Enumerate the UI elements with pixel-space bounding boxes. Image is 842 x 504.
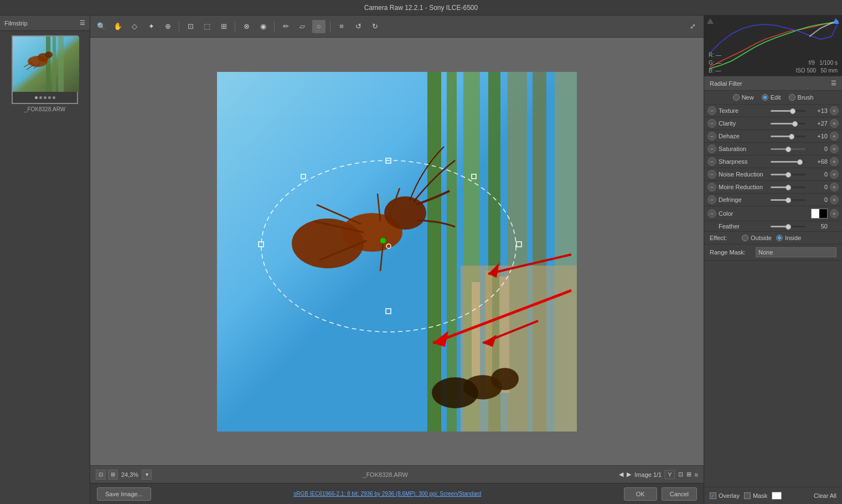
saturation-thumb[interactable] xyxy=(786,147,791,152)
settings-icon[interactable]: ≡ xyxy=(695,471,698,478)
saturation-plus[interactable]: + xyxy=(830,144,839,153)
title-bar: Camera Raw 12.2.1 - Sony ILCE-6500 xyxy=(0,0,842,15)
feather-thumb[interactable] xyxy=(786,224,791,230)
defringe-track[interactable] xyxy=(771,199,805,201)
redo-icon[interactable]: ↻ xyxy=(368,20,381,33)
effect-inside[interactable]: Inside xyxy=(776,235,801,241)
clarity-value: +27 xyxy=(808,120,828,127)
clarity-row: − Clarity +27 + xyxy=(704,117,842,130)
mode-edit[interactable]: Edit xyxy=(762,94,781,101)
color-swatch[interactable] xyxy=(811,209,828,219)
moire-reduction-thumb[interactable] xyxy=(786,185,791,190)
zoom-fill-btn[interactable]: ⊞ xyxy=(108,470,118,480)
crop-tool[interactable]: ⊡ xyxy=(184,20,197,33)
texture-plus[interactable]: + xyxy=(830,106,839,115)
sharpness-minus[interactable]: − xyxy=(707,157,716,166)
graduated-filter-tool[interactable]: ▱ xyxy=(296,20,309,33)
color-sampler-tool[interactable]: ✦ xyxy=(144,20,158,33)
radio-brush[interactable] xyxy=(789,94,795,101)
noise-reduction-plus[interactable]: + xyxy=(830,170,839,179)
dehaze-plus[interactable]: + xyxy=(830,132,839,141)
target-adjust-tool[interactable]: ⊕ xyxy=(161,20,174,33)
moire-reduction-plus[interactable]: + xyxy=(830,183,839,191)
prev-image-btn[interactable]: ◀ xyxy=(619,471,623,478)
moire-reduction-minus[interactable]: − xyxy=(707,183,716,191)
defringe-plus[interactable]: + xyxy=(830,195,839,204)
y-btn[interactable]: Y xyxy=(665,470,674,479)
sharpness-track[interactable] xyxy=(771,161,805,163)
zoom-fit-btn[interactable]: ⊡ xyxy=(96,470,106,480)
noise-reduction-minus[interactable]: − xyxy=(707,170,716,179)
moire-reduction-track[interactable] xyxy=(771,186,805,188)
overlay-checkbox-label[interactable]: Overlay xyxy=(710,492,740,499)
canvas-area[interactable] xyxy=(90,38,704,465)
saturation-minus[interactable]: − xyxy=(707,144,716,153)
redeye-tool[interactable]: ◉ xyxy=(256,20,270,33)
expand-icon[interactable]: ⤢ xyxy=(686,20,699,33)
hand-tool[interactable]: ✋ xyxy=(111,20,125,33)
svg-point-33 xyxy=(432,377,478,408)
radio-inside[interactable] xyxy=(776,235,783,241)
sharpness-thumb[interactable] xyxy=(797,159,803,165)
effect-outside[interactable]: Outside xyxy=(742,235,772,241)
outside-label: Outside xyxy=(751,235,772,241)
filmstrip-menu-icon[interactable]: ☰ xyxy=(80,19,85,27)
white-balance-tool[interactable]: ◇ xyxy=(128,20,141,33)
app-title: Camera Raw 12.2.1 - Sony ILCE-6500 xyxy=(364,4,478,12)
filter-menu-icon[interactable]: ☰ xyxy=(831,80,836,87)
histogram-shadow-indicator[interactable] xyxy=(707,18,714,24)
histogram-highlight-indicator[interactable] xyxy=(833,18,839,24)
dot-1 xyxy=(35,96,38,99)
spot-removal-tool[interactable]: ⊗ xyxy=(240,20,253,33)
overlay-checkbox[interactable] xyxy=(710,492,716,499)
range-mask-select[interactable]: None Luminance Color xyxy=(756,247,836,257)
radio-new[interactable] xyxy=(733,94,740,101)
dehaze-track[interactable] xyxy=(771,136,805,137)
mode-new[interactable]: New xyxy=(733,94,754,101)
dehaze-thumb[interactable] xyxy=(789,134,794,139)
clarity-track[interactable] xyxy=(771,123,805,124)
thumbnail-container[interactable] xyxy=(12,35,78,104)
range-mask-label: Range Mask: xyxy=(710,249,751,256)
noise-reduction-track[interactable] xyxy=(771,174,805,175)
zoom-tool[interactable]: 🔍 xyxy=(95,20,108,33)
color-minus[interactable]: − xyxy=(707,209,716,218)
mode-new-label: New xyxy=(742,94,754,101)
zoom-dropdown[interactable]: ▾ xyxy=(142,470,152,480)
ok-button[interactable]: OK xyxy=(624,487,657,501)
mode-brush[interactable]: Brush xyxy=(789,94,814,101)
clarity-plus[interactable]: + xyxy=(830,119,839,128)
adjustment-brush-tool[interactable]: ✏ xyxy=(279,20,292,33)
saturation-track[interactable] xyxy=(771,148,805,150)
mask-color-swatch[interactable] xyxy=(772,492,782,500)
clarity-minus[interactable]: − xyxy=(707,119,716,128)
radio-edit[interactable] xyxy=(762,94,768,101)
texture-track[interactable] xyxy=(771,110,805,112)
mask-checkbox[interactable] xyxy=(744,492,751,499)
feather-track[interactable] xyxy=(771,226,805,227)
texture-row: − Texture +13 + xyxy=(704,105,842,117)
noise-reduction-thumb[interactable] xyxy=(786,172,791,178)
texture-minus[interactable]: − xyxy=(707,106,716,115)
straighten-tool[interactable]: ⬚ xyxy=(200,20,214,33)
dehaze-minus[interactable]: − xyxy=(707,132,716,141)
transform-tool[interactable]: ⊞ xyxy=(217,20,230,33)
grid-btn-1[interactable]: ⊡ xyxy=(678,471,683,478)
defringe-thumb[interactable] xyxy=(786,198,791,203)
radio-outside[interactable] xyxy=(742,235,748,241)
mask-checkbox-label[interactable]: Mask xyxy=(744,492,767,499)
clear-all-button[interactable]: Clear All xyxy=(814,492,836,499)
cancel-button[interactable]: Cancel xyxy=(662,487,697,501)
status-text[interactable]: sRGB IEC61966-2.1; 8 bit; 2936 by 2936 (… xyxy=(293,491,481,497)
color-plus[interactable]: + xyxy=(830,209,839,218)
next-image-btn[interactable]: ▶ xyxy=(627,471,631,478)
undo-icon[interactable]: ↺ xyxy=(352,20,365,33)
sharpness-plus[interactable]: + xyxy=(830,157,839,166)
presets-icon[interactable]: ≡ xyxy=(335,20,348,33)
radial-filter-tool[interactable]: ○ xyxy=(312,20,326,33)
texture-thumb[interactable] xyxy=(790,108,795,114)
save-image-button[interactable]: Save Image... xyxy=(97,487,151,501)
clarity-thumb[interactable] xyxy=(792,121,798,127)
defringe-minus[interactable]: − xyxy=(707,195,716,204)
grid-btn-2[interactable]: ⊞ xyxy=(686,471,691,478)
